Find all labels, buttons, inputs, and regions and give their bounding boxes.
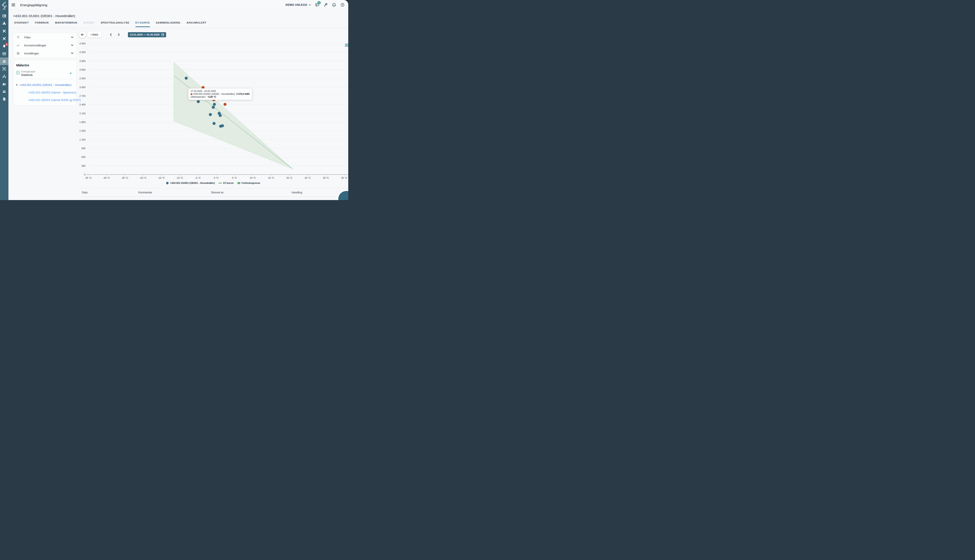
data-point[interactable]: [209, 113, 212, 116]
calendar-panel-icon: [2, 52, 6, 56]
tree-link-oe002[interactable]: =433.021-OE002 (Varme - Spiserom): [28, 91, 76, 94]
sidebar-item-users[interactable]: [0, 88, 8, 95]
legend-label: ET-kurve: [223, 182, 233, 184]
chevron-down-icon: [71, 37, 73, 38]
accordion-label: Filter: [24, 36, 31, 39]
sidebar-item-tools[interactable]: [0, 27, 8, 35]
tooltip-series-label: =433.001-OU001 (OE001 - Hovedmåler):: [193, 93, 235, 95]
tooltip-period: 17.02.2025 - 24.02.2025: [190, 90, 250, 93]
data-point[interactable]: [185, 77, 188, 80]
malertre-panel: Målertre Energigruppe Elektrisk ▾ =433.0…: [13, 60, 77, 105]
filter-icon: [16, 35, 20, 39]
legend-item-forbruksgrense[interactable]: Forbruksgrense: [237, 182, 260, 184]
today-button[interactable]: I DAG: [88, 32, 101, 38]
sidebar-item-tools-alt[interactable]: [0, 35, 8, 42]
sidebar-item-search-scan[interactable]: [0, 65, 8, 73]
menu-toggle-button[interactable]: [12, 3, 15, 6]
data-point[interactable]: [219, 114, 222, 117]
y-tick-label: 2 400: [79, 103, 85, 106]
energigruppe-value: Elektrisk: [21, 73, 35, 77]
accordion-kurveinnstillinger[interactable]: Kurveinnstillinger: [13, 41, 77, 49]
tree-row-root: ▾ =433.001-OU001 (OE001 - Hovedmåler): [16, 83, 73, 87]
energigruppe-label: Energigruppe: [21, 70, 35, 73]
app-logo[interactable]: [0, 0, 8, 10]
tab-spektralanalyse[interactable]: SPEKTRALANALYSE: [101, 21, 129, 27]
help-button[interactable]: ?: [340, 3, 345, 7]
accordion-filter[interactable]: Filter: [13, 33, 77, 41]
data-point[interactable]: [221, 124, 224, 127]
previous-period-button[interactable]: [107, 31, 114, 38]
icon-sidebar: 4: [0, 0, 8, 200]
y-tick-label: 3 300: [79, 77, 85, 80]
date-range-button[interactable]: 13.01.2025 — 01.05.2025: [128, 32, 166, 37]
tab-forbruk[interactable]: FORBRUK: [35, 21, 49, 27]
tab-akkumulert[interactable]: AKKUMULERT: [186, 21, 206, 27]
panel-divider: [16, 79, 74, 79]
tab-sammenligning[interactable]: SAMMENLIGNING: [156, 21, 180, 27]
accordion-label: Innstillinger: [24, 52, 39, 55]
sidebar-item-ventilation[interactable]: [0, 20, 8, 27]
x-tick-label: -35 °C: [85, 177, 92, 179]
y-tick-label: 1 200: [79, 138, 85, 141]
data-point[interactable]: [213, 122, 216, 125]
app-title: Energioppfølgning: [20, 3, 47, 7]
x-tick-label: 0 °C: [214, 177, 219, 179]
tab-oversikt[interactable]: OVERSIKT: [14, 21, 29, 27]
tree-row-child: =433.021-OE002 (Varme - Spiserom): [16, 91, 73, 94]
topbar-actions: DEMO ANLEGG 3: [286, 3, 348, 7]
calendar-icon: [161, 33, 164, 36]
y-tick-label: 600: [82, 156, 85, 158]
chevron-down-icon: [309, 4, 311, 6]
sidebar-item-document[interactable]: [0, 95, 8, 103]
legend-item-series[interactable]: =433.001-OU001 (OE001 - Hovedmåler): [166, 182, 215, 184]
et-chart-plot[interactable]: -35 °C-30 °C-25 °C-20 °C-15 °C-10 °C-5 °…: [78, 41, 348, 188]
tree-link-hovedmaler[interactable]: =433.001-OU001 (OE001 - Hovedmåler): [19, 83, 71, 87]
legend-item-et-kurve[interactable]: ET-kurve: [218, 182, 233, 184]
x-tick-label: 15 °C: [268, 177, 274, 179]
account-dropdown[interactable]: DEMO ANLEGG: [286, 3, 311, 7]
accordion-innstillinger[interactable]: Innstillinger: [13, 49, 77, 57]
data-point[interactable]: [212, 106, 215, 109]
messages-button[interactable]: 3: [315, 3, 319, 7]
building-icon: [2, 82, 6, 86]
back-button[interactable]: [79, 31, 86, 38]
legend-label: =433.001-OU001 (OE001 - Hovedmåler): [170, 182, 215, 184]
sidebar-item-building[interactable]: [0, 80, 8, 88]
tools-icon: [2, 29, 6, 33]
data-point[interactable]: [223, 103, 227, 106]
y-tick-label: 300: [82, 165, 85, 167]
service-button[interactable]: [323, 3, 328, 7]
sidebar-item-building-home[interactable]: [0, 58, 8, 65]
chart-menu-button[interactable]: [345, 44, 348, 47]
top-bar: Energioppfølgning DEMO ANLEGG 3: [8, 0, 348, 10]
tooltip-value: 2 570,4 kWh: [236, 93, 250, 95]
feedback-button[interactable]: [332, 3, 336, 7]
chart-legend: =433.001-OU001 (OE001 - Hovedmåler) ET-k…: [78, 182, 348, 184]
y-tick-label: 1 500: [79, 130, 85, 132]
tools-alt-icon: [2, 37, 6, 41]
x-tick-label: 30 °C: [323, 177, 329, 179]
sidebar-item-alarms[interactable]: 4: [0, 42, 8, 50]
energigruppe-select[interactable]: Energigruppe Elektrisk: [16, 70, 73, 77]
svg-text:?: ?: [342, 4, 343, 6]
tab-maksforbruk[interactable]: MAKSFORBRUK: [55, 21, 78, 27]
data-point[interactable]: [213, 103, 216, 106]
tab-et-kurve[interactable]: ET-KURVE: [135, 21, 150, 27]
next-period-button[interactable]: [115, 31, 122, 38]
y-tick-label: 2 100: [79, 112, 85, 115]
x-tick-label: 25 °C: [305, 177, 311, 179]
sidebar-item-hierarchy[interactable]: [0, 73, 8, 80]
tree-link-oe001[interactable]: =433.021-OE001 (Varme R206 og R207): [28, 98, 81, 102]
tree-expand-caret[interactable]: ▾: [16, 83, 19, 87]
tooltip-temp-label: Utetemperatur:: [190, 95, 206, 98]
x-tick-label: 5 °C: [232, 177, 237, 179]
sidebar-item-calendar[interactable]: [0, 50, 8, 58]
x-tick-label: -5 °C: [195, 177, 201, 179]
x-tick-label: -15 °C: [158, 177, 165, 179]
sidebar-nav: 4: [0, 12, 8, 103]
logo-underline: [3, 9, 5, 9]
sidebar-item-floor-plan[interactable]: [0, 12, 8, 20]
data-point[interactable]: [197, 100, 200, 103]
date-toolbar: I DAG 13.01.2025 — 01.05.2025: [79, 31, 166, 38]
logo-icon: [1, 1, 8, 9]
